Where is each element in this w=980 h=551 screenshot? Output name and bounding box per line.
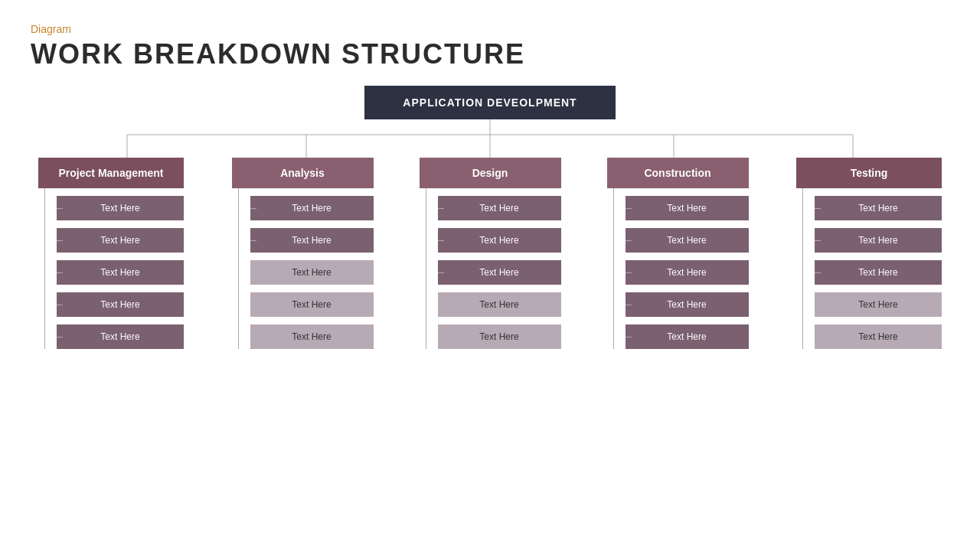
list-item: Text Here [244, 292, 374, 317]
col-header-testing: Testing [796, 158, 942, 188]
column-design: Design Text Here Text Here [413, 158, 567, 349]
column-construction: Construction Text Here Text Here [601, 158, 754, 349]
list-item: Text Here [244, 324, 374, 349]
list-item: Text Here [619, 292, 749, 317]
list-item: Text Here [51, 324, 184, 349]
list-item: Text Here [244, 196, 374, 220]
list-item: Text Here [51, 292, 184, 317]
diagram-label: Diagram [31, 23, 949, 35]
list-item: Text Here [51, 260, 184, 285]
col-header-construction: Construction [607, 158, 749, 188]
col-header-design: Design [420, 158, 561, 188]
list-item: Text Here [619, 196, 749, 220]
list-item: Text Here [432, 260, 561, 285]
column-testing: Testing Text Here Text Here [789, 158, 949, 349]
col-header-project-management: Project Management [38, 158, 184, 188]
list-item: Text Here [244, 228, 374, 253]
column-analysis: Analysis Text Here Text Here [226, 158, 379, 349]
list-item: Text Here [619, 324, 749, 349]
page-title: WORK BREAKDOWN STRUCTURE [31, 38, 949, 70]
column-project-management: Project Management Text Here Text Here [31, 158, 191, 349]
list-item: Text Here [808, 260, 942, 285]
list-item: Text Here [51, 196, 184, 220]
list-item: Text Here [51, 228, 184, 253]
list-item: Text Here [432, 196, 561, 220]
list-item: Text Here [619, 228, 749, 253]
list-item: Text Here [244, 260, 374, 285]
list-item: Text Here [808, 324, 942, 349]
list-item: Text Here [808, 292, 942, 317]
col-header-analysis: Analysis [232, 158, 374, 188]
list-item: Text Here [432, 228, 561, 253]
list-item: Text Here [808, 228, 942, 253]
list-item: Text Here [432, 292, 561, 317]
list-item: Text Here [808, 196, 942, 220]
list-item: Text Here [619, 260, 749, 285]
root-node: APPLICATION DEVEOLPMENT [364, 86, 615, 119]
list-item: Text Here [432, 324, 561, 349]
